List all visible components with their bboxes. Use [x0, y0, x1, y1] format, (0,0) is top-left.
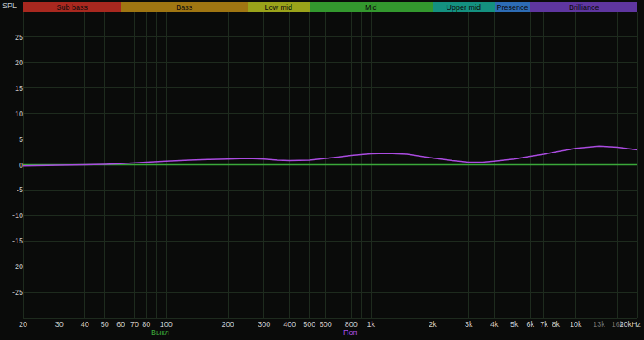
x-tick-label: 100: [149, 320, 182, 328]
x-tick-label: 200: [211, 320, 244, 328]
eq-curve-Поп: [23, 146, 637, 166]
y-tick-label: -25: [0, 288, 23, 296]
x-tick-label: 20kHz: [608, 320, 641, 328]
x-tick-label: 1k: [354, 320, 387, 328]
equalizer-frequency-response-panel: SPL Sub bassBassLow midMidUpper midPrese…: [0, 0, 644, 340]
legend-preset-label[interactable]: Поп: [343, 328, 357, 337]
y-tick-label: -20: [0, 262, 23, 271]
x-tick-label: 2k: [416, 320, 449, 328]
y-tick-label: 15: [0, 84, 23, 92]
y-tick-label: 5: [0, 135, 23, 144]
y-tick-label: -5: [0, 186, 23, 194]
y-tick-label: -10: [0, 211, 23, 220]
y-tick-label: 10: [0, 110, 23, 118]
y-tick-label: -15: [0, 237, 23, 245]
y-tick-label: 25: [0, 33, 23, 41]
x-tick-label: 20: [7, 320, 40, 328]
y-tick-label: 0: [0, 161, 23, 169]
legend-off-label[interactable]: Выкл: [151, 328, 169, 337]
frequency-response-plot: [0, 0, 644, 340]
y-tick-label: 20: [0, 59, 23, 67]
